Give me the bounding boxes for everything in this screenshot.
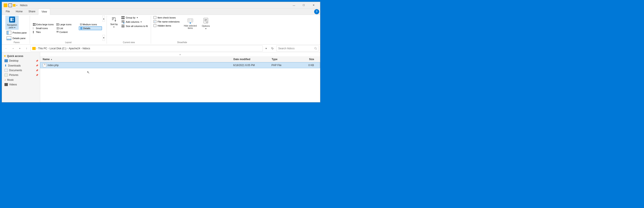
svg-rect-46 (122, 26, 124, 26)
hidden-items-label: Hidden items (158, 24, 171, 27)
svg-point-65 (314, 48, 316, 49)
preview-pane-button[interactable]: Preview pane (5, 30, 28, 35)
sort-by-label: Sort by (110, 23, 118, 26)
help-button[interactable]: ? (314, 9, 319, 14)
hide-selected-button[interactable]: Hide selecteditems (182, 16, 198, 30)
sidebar-item-downloads[interactable]: ⬇ Downloads 📌 (2, 63, 40, 68)
search-box[interactable] (276, 46, 319, 52)
item-check-boxes-row[interactable]: Item check boxes (153, 16, 180, 19)
sidebar-item-documents-label: Documents (9, 69, 22, 72)
extra-large-icons-icon (33, 23, 36, 26)
svg-rect-31 (112, 18, 115, 18)
options-label: Options (202, 25, 210, 27)
svg-point-56 (190, 22, 191, 24)
svg-rect-11 (80, 24, 81, 24)
sidebar-item-videos[interactable]: Videos (2, 82, 40, 87)
address-path[interactable]: › This PC › Local Disk (C:) › Apache24 ›… (30, 46, 263, 52)
large-icons-button[interactable]: Large icons (55, 23, 78, 26)
show-hide-group-label: Show/hide (177, 41, 187, 44)
list-button[interactable]: List (55, 26, 78, 30)
title-bar-icons: ✓ ▾ (4, 4, 18, 7)
hide-selected-icon (186, 16, 194, 24)
forward-button[interactable]: → (10, 46, 16, 52)
quick-access-star-icon: ★ (4, 54, 6, 58)
svg-rect-41 (122, 21, 124, 22)
downloads-icon: ⬇ (4, 64, 7, 67)
svg-rect-29 (56, 31, 58, 32)
svg-rect-52 (188, 19, 193, 22)
size-all-columns-button[interactable]: Size all columns to fit (120, 24, 149, 28)
path-htdocs[interactable]: htdocs (82, 47, 90, 50)
hidden-items-checkbox[interactable] (154, 24, 156, 27)
path-apache24[interactable]: Apache24 (68, 47, 80, 50)
tab-share[interactable]: Share (26, 9, 38, 15)
layout-dropdown-up[interactable]: ▲ (102, 16, 105, 22)
tab-view[interactable]: View (38, 9, 50, 15)
tiles-button[interactable]: Tiles (32, 30, 55, 34)
sidebar-item-pictures[interactable]: Pictures 📌 (2, 73, 40, 77)
refresh-button[interactable]: ↻ (270, 46, 276, 52)
sidebar-item-documents[interactable]: Documents 📌 (2, 68, 40, 73)
layout-group-label: Layout (65, 41, 72, 44)
path-thispc[interactable]: This PC (38, 47, 47, 50)
svg-rect-22 (56, 29, 57, 29)
sidebar-item-desktop[interactable]: Desktop 📌 (2, 58, 40, 63)
navigation-pane-label: Navigationpane ▾ (7, 24, 17, 29)
file-list-header: Name ▲ Date modified Type Size (40, 56, 320, 62)
file-name: index.php (48, 64, 58, 67)
address-dropdown-button[interactable]: ▾ (264, 46, 269, 52)
extra-large-icons-button[interactable]: Extra large icons (32, 23, 55, 26)
size-all-columns-label: Size all columns to fit (126, 25, 148, 28)
navigation-pane-button[interactable]: Navigationpane ▾ (5, 16, 19, 30)
group-by-button[interactable]: Group by ▾ (120, 16, 149, 20)
ribbon-group-layout: Extra large icons Large icons Medium ico… (30, 16, 107, 44)
title-folder-icon (4, 4, 8, 7)
svg-rect-15 (33, 28, 33, 28)
add-columns-arrow: ▾ (140, 21, 142, 23)
title-check-icon: ✓ (8, 4, 12, 7)
svg-rect-2 (12, 20, 14, 21)
up-directory-button[interactable]: ↑ (24, 46, 30, 52)
file-name-extensions-checkbox[interactable] (154, 20, 156, 23)
svg-rect-47 (122, 26, 124, 27)
column-size[interactable]: Size (297, 58, 314, 61)
file-name-extensions-row[interactable]: File name extensions (153, 20, 180, 23)
path-localdisk[interactable]: Local Disk (C:) (50, 47, 66, 50)
hidden-items-row[interactable]: Hidden items (153, 24, 180, 28)
group-by-label: Group by (126, 16, 135, 19)
content-button[interactable]: Content (55, 30, 78, 34)
options-button[interactable]: Options ▾ (200, 16, 212, 30)
small-icons-button[interactable]: Small icons (32, 26, 55, 30)
item-check-boxes-checkbox[interactable] (154, 16, 156, 19)
column-name-label: Name (43, 58, 50, 61)
maximize-button[interactable]: ☐ (299, 2, 308, 8)
qat-dropdown-arrow[interactable]: ▾ (16, 4, 18, 6)
sidebar-item-music[interactable]: ♪ Music (2, 77, 40, 82)
layout-dropdown-down[interactable]: ▼ (102, 35, 105, 41)
svg-rect-42 (122, 22, 124, 22)
medium-icons-button[interactable]: Medium icons (79, 23, 102, 26)
quick-access-header[interactable]: ★ Quick access (2, 53, 40, 58)
file-area: ▲ Name ▲ Date modified Type Size index.p… (40, 52, 320, 102)
close-button[interactable]: ✕ (308, 2, 318, 8)
recent-locations-button[interactable]: ▾ (17, 46, 23, 52)
sort-by-button[interactable]: Sort by ▾ (108, 16, 119, 29)
group-by-arrow: ▾ (137, 16, 138, 19)
search-input[interactable] (278, 47, 314, 50)
details-button[interactable]: Details (79, 26, 102, 30)
minimize-button[interactable]: — (289, 2, 299, 8)
current-view-group-label: Current view (123, 41, 135, 44)
column-name[interactable]: Name ▲ (42, 58, 234, 61)
downloads-pin-icon: 📌 (36, 64, 38, 67)
svg-rect-6 (34, 25, 36, 26)
file-row-indexphp[interactable]: index.php 6/18/2021 6:05 PM PHP File 0 K… (40, 62, 320, 68)
details-pane-button[interactable]: Details pane (5, 36, 27, 41)
column-date[interactable]: Date modified (234, 58, 272, 61)
svg-rect-30 (56, 32, 58, 32)
tab-home[interactable]: Home (13, 9, 26, 15)
column-type[interactable]: Type (272, 58, 297, 61)
tab-file[interactable]: File (3, 9, 13, 15)
svg-line-66 (316, 49, 317, 50)
add-columns-button[interactable]: Add columns ▾ (120, 20, 149, 24)
back-button[interactable]: ← (3, 46, 9, 52)
